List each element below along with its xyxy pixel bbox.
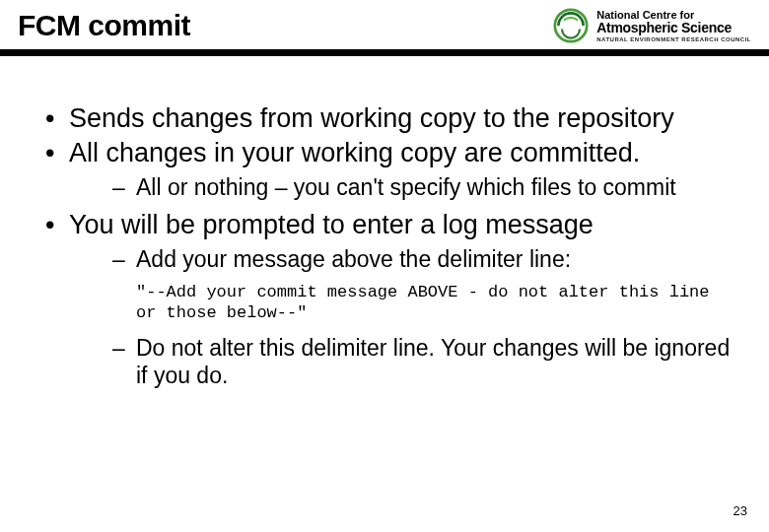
bullet-text: All changes in your working copy are com… [69, 138, 640, 167]
sub-bullet-list: Do not alter this delimiter line. Your c… [69, 335, 739, 389]
sub-bullet-list: All or nothing – you can't specify which… [69, 174, 739, 202]
sub-bullet-list: Add your message above the delimiter lin… [69, 246, 739, 274]
sub-bullet-item: Do not alter this delimiter line. Your c… [69, 335, 739, 389]
sub-bullet-item: All or nothing – you can't specify which… [69, 174, 739, 202]
page-number: 23 [734, 503, 747, 518]
slide-content: Sends changes from working copy to the r… [0, 56, 769, 389]
title-bar: FCM commit National Centre for Atmospher… [0, 0, 769, 49]
bullet-item: You will be prompted to enter a log mess… [30, 210, 739, 390]
sub-bullet-item: Add your message above the delimiter lin… [69, 246, 739, 274]
swirl-icon [553, 8, 589, 43]
title-rule [0, 49, 769, 56]
bullet-item: Sends changes from working copy to the r… [30, 103, 739, 134]
logo-line-1: National Centre for [596, 10, 751, 21]
bullet-text: You will be prompted to enter a log mess… [69, 210, 594, 239]
logo-line-2: Atmospheric Science [596, 21, 751, 34]
logo-line-3: NATURAL ENVIRONMENT RESEARCH COUNCIL [596, 36, 751, 42]
bullet-item: All changes in your working copy are com… [30, 138, 739, 202]
slide-title: FCM commit [18, 9, 190, 42]
org-logo: National Centre for Atmospheric Science … [553, 8, 751, 43]
code-snippet: "--Add your commit message ABOVE - do no… [69, 281, 739, 329]
logo-text: National Centre for Atmospheric Science … [596, 10, 751, 42]
slide: FCM commit National Centre for Atmospher… [0, 0, 769, 532]
bullet-list: Sends changes from working copy to the r… [30, 103, 739, 389]
